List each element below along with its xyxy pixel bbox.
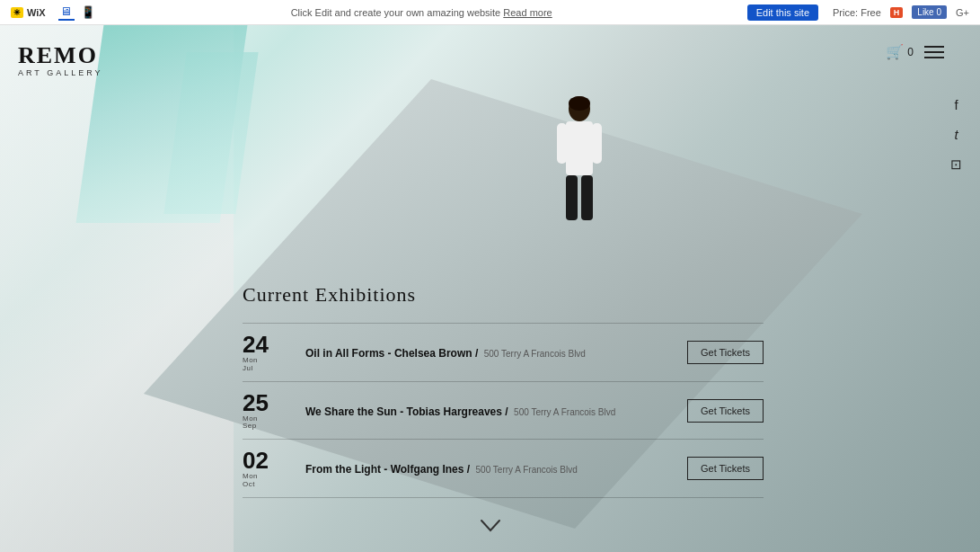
facebook-icon[interactable]: f [950, 97, 962, 112]
svg-rect-2 [557, 123, 567, 164]
edit-site-button[interactable]: Edit this site [747, 4, 818, 21]
event-month-1: Jul [243, 365, 253, 372]
hamburger-line-3 [924, 57, 944, 58]
instagram-icon[interactable]: ⊡ [950, 156, 962, 173]
site-logo-subtitle: ART GALLERY [18, 69, 103, 78]
svg-rect-1 [566, 121, 593, 175]
event-row-1: 24 Mon Jul Oil in All Forms - Chelsea Br… [243, 323, 764, 381]
wix-topbar: ✳ WiX 🖥 📱 Click Edit and create your own… [0, 0, 980, 25]
person-figure [548, 93, 611, 236]
event-address-3: 500 Terry A Francois Blvd [476, 465, 578, 475]
facebook-like-button[interactable]: Like 0 [912, 5, 947, 19]
cart-count: 0 [907, 46, 914, 58]
social-icons: f t ⊡ [950, 97, 962, 173]
scroll-down-button[interactable] [480, 515, 501, 539]
event-row-2: 25 Mon Sep We Share the Sun - Tobias Har… [243, 381, 764, 440]
event-info-3: From the Light - Wolfgang Ines / 500 Ter… [296, 460, 687, 476]
svg-rect-5 [581, 175, 593, 220]
event-month-3: Oct [243, 481, 255, 488]
event-day-1: 24 [243, 333, 269, 356]
wix-logo: ✳ WiX [11, 7, 46, 18]
event-date-3: 02 Mon Oct [243, 449, 296, 488]
event-date-2: 25 Mon Sep [243, 391, 296, 431]
wix-center-message: Click Edit and create your own amazing w… [105, 7, 738, 18]
get-tickets-button-3[interactable]: Get Tickets [687, 457, 764, 480]
event-title-2: We Share the Sun - Tobias Hargreaves / [305, 405, 508, 418]
event-address-1: 500 Terry A Francois Blvd [484, 349, 586, 359]
nav-header: REMO ART GALLERY 🛒 0 [0, 34, 980, 86]
site-content: REMO ART GALLERY 🛒 0 f t ⊡ Current Exhi [0, 25, 980, 552]
svg-rect-4 [566, 175, 578, 220]
get-tickets-button-1[interactable]: Get Tickets [687, 341, 764, 364]
event-title-1: Oil in All Forms - Chelsea Brown / [305, 347, 478, 360]
device-icons: 🖥 📱 [58, 4, 96, 21]
html5-badge: H [890, 7, 904, 18]
wix-icon: ✳ [11, 7, 23, 18]
hamburger-line-1 [924, 46, 944, 48]
event-info-1: Oil in All Forms - Chelsea Brown / 500 T… [296, 344, 687, 361]
desktop-icon[interactable]: 🖥 [58, 4, 75, 21]
cart-icon: 🛒 [886, 43, 904, 60]
event-address-2: 500 Terry A Francois Blvd [514, 407, 615, 417]
wix-logo-text: WiX [27, 7, 46, 18]
event-row-3: 02 Mon Oct From the Light - Wolfgang Ine… [243, 439, 764, 498]
event-info-2: We Share the Sun - Tobias Hargreaves / 5… [296, 403, 687, 419]
read-more-link[interactable]: Read more [503, 7, 552, 18]
price-label: Price: Free [833, 7, 881, 18]
twitter-icon[interactable]: t [950, 127, 962, 142]
svg-point-6 [569, 96, 590, 111]
exhibitions-title: Current Exhibitions [243, 283, 764, 307]
event-month-2: Sep [243, 423, 257, 430]
get-tickets-button-2[interactable]: Get Tickets [687, 399, 764, 423]
mobile-icon[interactable]: 📱 [80, 4, 96, 21]
svg-rect-3 [592, 123, 602, 164]
cart-button[interactable]: 🛒 0 [886, 43, 914, 60]
event-date-1: 24 Mon Jul [243, 333, 296, 372]
hamburger-line-2 [924, 51, 944, 53]
event-day-2: 25 [243, 391, 269, 414]
site-logo-name[interactable]: REMO [18, 43, 103, 69]
event-day-3: 02 [243, 449, 269, 472]
event-title-3: From the Light - Wolfgang Ines / [305, 463, 470, 476]
google-plus-button[interactable]: G+ [956, 7, 969, 18]
hamburger-menu[interactable] [924, 46, 944, 58]
exhibitions-section: Current Exhibitions 24 Mon Jul Oil in Al… [243, 283, 764, 498]
logo-area: REMO ART GALLERY [18, 43, 103, 77]
nav-right: 🛒 0 [886, 43, 944, 60]
nav-top-row: 🛒 0 [886, 43, 944, 60]
